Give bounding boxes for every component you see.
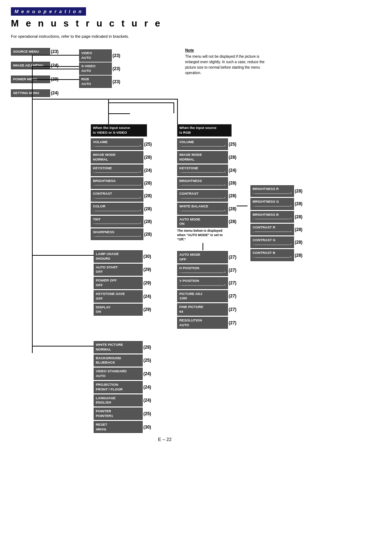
rgb-imagemode-num: (28) xyxy=(229,155,236,160)
rgb-finepicture-num: (27) xyxy=(229,307,236,312)
note-section: Note The menu will not be displayed if t… xyxy=(185,48,272,76)
wb-brightness-g-box: BRIGHTNESS G−+ xyxy=(250,198,294,210)
video-sharpness-num: (28) xyxy=(144,232,152,237)
keystone-save-box: KEYSTONE SAVEOFF xyxy=(94,290,143,303)
setting-menu-box: SETTING MENU xyxy=(11,89,50,97)
rgb-brightness-num: (28) xyxy=(229,181,236,186)
reset-num: (30) xyxy=(143,425,151,430)
wb-brightness-b-num: (28) xyxy=(295,214,302,219)
auto-start-box: AUTO STARTOFF xyxy=(94,264,143,276)
rgb-automode-num: (28) xyxy=(229,219,236,224)
video-auto-box: VIDEOAUTO xyxy=(79,49,112,62)
rgb-automode-box: AUTO MODEON xyxy=(177,216,228,228)
wb-contrast-r-box: CONTRAST R−+ xyxy=(250,224,294,235)
wb-contrast-g-box: CONTRAST G−+ xyxy=(250,236,294,248)
white-picture-num: (28) xyxy=(143,345,151,350)
rgb-auto-box: RGBAUTO xyxy=(79,76,112,88)
video-brightness-box: BRIGHTNESS−+ xyxy=(91,177,143,189)
video-volume-num: (25) xyxy=(144,142,152,147)
video-standard-box: VIDEO STANDARDAUTO xyxy=(94,368,143,380)
rgb-resolution-box: RESOLUTIONAUTO xyxy=(177,317,228,329)
video-tint-box: TINT−+ xyxy=(91,216,143,227)
rgb-keystone-box: KEYSTONE−+ xyxy=(177,165,228,176)
wb-brightness-r-box: BRIGHTNESS R−+ xyxy=(250,185,294,197)
rgb-column-header: When the input sourceis RGB xyxy=(177,124,232,137)
video-color-num: (28) xyxy=(144,206,152,211)
projection-box: PROJECTIONFRONT / FLOOR xyxy=(94,381,143,393)
rgb-volume-box: VOLUME−+ xyxy=(177,138,228,150)
rgb-whitebalance-num: (28) xyxy=(229,206,236,211)
rgb-resolution-num: (27) xyxy=(229,320,236,325)
rgb-pictureadj-box: PICTURE ADJ1160 xyxy=(177,290,228,303)
background-box: BACKGROUNDBLUEBACK xyxy=(94,355,143,367)
rgb-whitebalance-box: WHITE BALANCE−+ xyxy=(177,203,228,214)
wb-brightness-r-num: (28) xyxy=(295,189,302,194)
rgb-automode-off-box: AUTO MODEOFF xyxy=(177,251,228,263)
rgb-brightness-box: BRIGHTNESS−+ xyxy=(177,177,228,189)
svideo-auto-box: S-VIDEOAUTO xyxy=(79,62,112,75)
auto-mode-note: The menu below is displayed when "AUTO M… xyxy=(177,229,230,242)
power-off-num: (29) xyxy=(143,280,151,285)
power-off-box: POWER OFFOFF xyxy=(94,277,143,289)
display-num: (29) xyxy=(143,307,151,312)
rgb-hposition-box: H POSITION−+ xyxy=(177,264,228,276)
rgb-keystone-num: (24) xyxy=(229,168,236,173)
note-title: Note xyxy=(185,48,272,52)
lamp-usage-num: (30) xyxy=(143,254,151,259)
svideo-auto-num: (23) xyxy=(113,66,120,71)
display-box: DISPLAYON xyxy=(94,304,143,316)
rgb-auto-num: (23) xyxy=(113,79,120,84)
video-volume-box: VOLUME−+ xyxy=(91,138,143,150)
pointer-num: (25) xyxy=(143,411,151,416)
video-keystone-num: (24) xyxy=(144,168,152,173)
rgb-automode-off-num: (27) xyxy=(229,255,236,260)
video-contrast-num: (28) xyxy=(144,193,152,198)
source-menu-box: SOURCE MENU xyxy=(11,48,50,56)
rgb-pictureadj-num: (27) xyxy=(229,293,236,299)
projection-num: (24) xyxy=(143,385,151,390)
video-auto-num: (23) xyxy=(113,53,120,58)
wb-brightness-g-num: (28) xyxy=(295,201,302,206)
auto-start-num: (29) xyxy=(143,267,151,272)
intro-text: For operational instructions, refer to t… xyxy=(11,34,319,39)
background-num: (25) xyxy=(143,358,151,363)
note-text: The menu will not be displayed if the pi… xyxy=(185,54,272,76)
rgb-vposition-box: V POSITION−+ xyxy=(177,277,228,289)
language-box: LANGUAGEENGLISH xyxy=(94,394,143,407)
video-imagemode-num: (28) xyxy=(144,155,152,160)
video-imagemode-box: IMAGE MODENORMAL xyxy=(91,151,143,163)
rgb-contrast-num: (28) xyxy=(229,193,236,198)
rgb-vposition-num: (27) xyxy=(229,280,236,285)
header-bar: M e n u o p e r a t i o n xyxy=(11,7,86,16)
reset-box: RESET48KHz xyxy=(94,421,143,433)
video-column-header: When the input sourceis VIDEO or S-VIDEO xyxy=(91,124,147,137)
source-menu-num: (23) xyxy=(51,49,58,54)
rgb-hposition-num: (27) xyxy=(229,268,236,273)
rgb-contrast-box: CONTRAST−+ xyxy=(177,190,228,202)
wb-brightness-b-box: BRIGHTNESS B−+ xyxy=(250,211,294,223)
video-sharpness-box: SHARPNESS−+ xyxy=(91,228,143,240)
wb-contrast-g-num: (28) xyxy=(295,240,302,245)
image-adj-menu-num: (24) xyxy=(51,63,58,68)
video-color-box: COLOR−+ xyxy=(91,203,143,214)
video-contrast-box: CONTRAST−+ xyxy=(91,190,143,202)
wb-contrast-r-num: (28) xyxy=(295,227,302,232)
page-title: M e n u s t r u c t u r e xyxy=(11,18,319,29)
language-num: (24) xyxy=(143,398,151,403)
rgb-imagemode-box: IMAGE MODENORMAL xyxy=(177,151,228,163)
page-number: E – 22 xyxy=(158,437,172,442)
pointer-box: POINTERPOINTER1 xyxy=(94,408,143,420)
video-standard-num: (24) xyxy=(143,371,151,376)
rgb-finepicture-box: FINE PICTURE64 xyxy=(177,303,228,316)
rgb-volume-num: (25) xyxy=(229,142,236,147)
video-keystone-box: KEYSTONE−+ xyxy=(91,165,143,176)
white-picture-box: WHITE PICTURENORMAL xyxy=(94,341,143,353)
setting-menu-num: (24) xyxy=(51,90,58,96)
lamp-usage-box: LAMP USAGE0HOURS xyxy=(94,250,143,263)
wb-contrast-b-num: (28) xyxy=(295,253,302,258)
video-tint-num: (28) xyxy=(144,219,152,224)
image-adj-menu-box: IMAGE ADJ MENU xyxy=(11,62,50,69)
wb-contrast-b-box: CONTRAST B−+ xyxy=(250,249,294,261)
video-brightness-num: (28) xyxy=(144,181,152,186)
keystone-save-num: (24) xyxy=(143,294,151,299)
